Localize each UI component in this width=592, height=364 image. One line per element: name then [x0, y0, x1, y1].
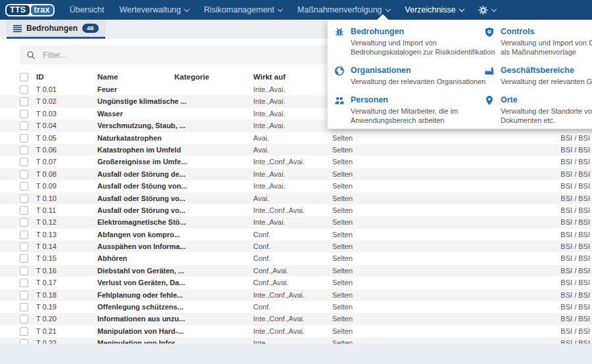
cell-id: T 0.07: [36, 156, 57, 168]
nav-item-massnahmenverfolgung[interactable]: Maßnahmenverfolgung: [297, 5, 390, 14]
nav-item-risikomanagement[interactable]: Risikomanagement: [204, 5, 282, 14]
menu-item-controls[interactable]: Controls Verwaltung und Import von Contr…: [484, 26, 592, 57]
row-checkbox[interactable]: [20, 146, 28, 154]
row-checkbox[interactable]: [20, 85, 28, 94]
row-checkbox[interactable]: [20, 97, 28, 106]
row-checkbox[interactable]: [20, 254, 28, 263]
row-checkbox[interactable]: [20, 182, 28, 191]
table-row[interactable]: T 0.07 Großereignisse im Umfe... Inte.,C…: [0, 156, 592, 168]
cell-source: BSI / BSI: [560, 240, 590, 252]
cell-name: Ungünstige klimatische ...: [97, 95, 187, 107]
row-checkbox[interactable]: [20, 170, 28, 179]
row-checkbox[interactable]: [20, 279, 28, 287]
cell-source: BSI / BSI: [560, 313, 590, 325]
column-header-wirkt-auf[interactable]: Wirkt auf: [253, 70, 285, 83]
table-row[interactable]: T 0.12 Elektromagnetische Stö... Inte.,A…: [0, 216, 592, 228]
table-row[interactable]: T 0.11 Ausfall oder Störung vo... Inte.,…: [0, 204, 592, 216]
count-badge: 46: [82, 24, 99, 33]
cell-id: T 0.18: [36, 289, 57, 301]
cell-name: Diebstahl von Geräten, ...: [97, 265, 184, 277]
row-checkbox[interactable]: [20, 327, 28, 336]
cell-frequency: Selten: [332, 216, 353, 228]
table-row[interactable]: T 0.15 Abhören Conf. Selten BSI / BSI: [0, 252, 592, 264]
row-checkbox[interactable]: [20, 206, 28, 215]
row-checkbox[interactable]: [20, 231, 28, 239]
cell-frequency: Selten: [332, 180, 353, 192]
table-row[interactable]: T 0.19 Offenlegung schützens... Conf. Se…: [0, 301, 592, 313]
cell-wirkt-auf: Inte.,Conf.,Avai.: [253, 289, 305, 301]
cell-id: T 0.02: [36, 95, 57, 107]
cell-id: T 0.08: [36, 168, 57, 180]
menu-item-bedrohungen[interactable]: Bedrohungen Verwaltung und Import von Be…: [334, 26, 484, 57]
table-row[interactable]: T 0.16 Diebstahl von Geräten, ... Conf.,…: [0, 265, 592, 277]
table-row[interactable]: T 0.21 Manipulation von Hard-... Inte.,C…: [0, 325, 592, 337]
column-header-kategorie[interactable]: Kategorie: [174, 70, 209, 83]
top-navbar: TTS trax Übersicht Werteverwaltung Risik…: [0, 0, 592, 20]
cell-id: T 0.16: [36, 265, 57, 277]
cell-id: T 0.03: [36, 108, 57, 120]
cell-frequency: Selten: [332, 252, 353, 264]
settings-menu-button[interactable]: [478, 5, 496, 15]
table-row[interactable]: T 0.09 Ausfall oder Stöung von... Inte.,…: [0, 180, 592, 192]
cell-id: T 0.12: [36, 216, 57, 228]
cell-id: T 0.13: [36, 229, 57, 240]
filter-input[interactable]: [41, 50, 241, 60]
row-checkbox[interactable]: [20, 122, 28, 130]
tab-bedrohungen[interactable]: Bedrohungen 46: [7, 20, 105, 39]
menu-item-orte[interactable]: Orte Verwaltung der Standorte von Server…: [484, 95, 592, 125]
row-checkbox[interactable]: [20, 194, 28, 203]
row-checkbox[interactable]: [20, 110, 28, 118]
cell-wirkt-auf: Conf.: [253, 240, 270, 252]
cell-id: T 0.11: [36, 204, 56, 216]
row-checkbox[interactable]: [20, 218, 28, 227]
row-checkbox[interactable]: [20, 134, 28, 143]
app-logo[interactable]: TTS trax: [5, 4, 55, 16]
cell-name: Fehlplanung oder fehle...: [97, 289, 183, 301]
cell-frequency: Selten: [332, 265, 353, 277]
menu-item-personen[interactable]: Personen Verwaltung der Mitarbeiter, die…: [334, 95, 484, 125]
cell-frequency: Selten: [332, 193, 353, 204]
table-row[interactable]: T 0.20 Informationen aus unzu... Inte.,C…: [0, 313, 592, 325]
row-checkbox[interactable]: [20, 315, 28, 323]
cell-frequency: Selten: [332, 229, 353, 240]
table-row[interactable]: T 0.10 Ausfall oder Störung vo... Avai. …: [0, 193, 592, 204]
row-checkbox[interactable]: [20, 303, 28, 311]
menu-item-geschaeftsbereiche[interactable]: Geschäftsbereiche Verwaltung der relevan…: [484, 65, 592, 86]
page-bottom-area: [0, 344, 592, 364]
cell-source: BSI / BSI: [560, 265, 590, 277]
cell-id: T 0.14: [36, 240, 57, 252]
cell-wirkt-auf: Inte.,Avai.: [253, 168, 285, 180]
row-checkbox[interactable]: [20, 291, 28, 300]
gear-icon: [478, 5, 488, 15]
menu-item-organisationen[interactable]: Organisationen Verwaltung der relevanten…: [334, 65, 484, 86]
chevron-down-icon: [278, 7, 283, 12]
dropdown-left-column: Bedrohungen Verwaltung und Import von Be…: [334, 26, 484, 133]
column-header-id[interactable]: ID: [36, 70, 44, 83]
column-header-name[interactable]: Name: [97, 70, 118, 83]
chevron-down-icon: [385, 7, 390, 12]
table-row[interactable]: T 0.08 Ausfall oder Störung de... Inte.,…: [0, 168, 592, 180]
row-checkbox[interactable]: [20, 158, 28, 166]
cell-source: BSI / BSI: [560, 252, 590, 264]
table-row[interactable]: T 0.17 Verlust von Geräten, Da... Conf.,…: [0, 277, 592, 288]
table-row[interactable]: T 0.18 Fehlplanung oder fehle... Inte.,C…: [0, 289, 592, 301]
table-row[interactable]: T 0.14 Ausspähen von Informa... Conf. Se…: [0, 240, 592, 252]
cell-wirkt-auf: Inte.,Conf.,Avai.: [253, 313, 305, 325]
menu-item-desc: Dokumenten etc.: [501, 116, 592, 125]
cell-wirkt-auf: Inte.,Avai.: [253, 180, 285, 192]
nav-item-uebersicht[interactable]: Übersicht: [70, 5, 105, 14]
cell-name: Ausfall oder Stöung von...: [97, 180, 187, 192]
menu-item-desc: Verwaltung und Import von: [351, 38, 495, 47]
table-row[interactable]: T 0.13 Abfangen von kompro... Conf. Selt…: [0, 229, 592, 240]
table-row[interactable]: T 0.06 Katastrophen im Umfeld Avai. Selt…: [0, 144, 592, 156]
nav-item-werteverwaltung[interactable]: Werteverwaltung: [119, 5, 189, 14]
row-checkbox[interactable]: [20, 267, 28, 275]
table-row[interactable]: T 0.05 Naturkatastrophen Avai. Selten BS…: [0, 132, 592, 144]
cell-name: Verschmutzung, Staub, ...: [97, 120, 185, 131]
nav-item-verzeichnisse[interactable]: Verzeichnisse: [405, 5, 464, 14]
cell-wirkt-auf: Inte.,Avai.: [253, 83, 285, 95]
select-all-checkbox[interactable]: [20, 73, 28, 81]
cell-name: Großereignisse im Umfe...: [97, 156, 187, 168]
cell-wirkt-auf: Conf.,Avai.: [253, 265, 289, 277]
row-checkbox[interactable]: [20, 242, 28, 251]
